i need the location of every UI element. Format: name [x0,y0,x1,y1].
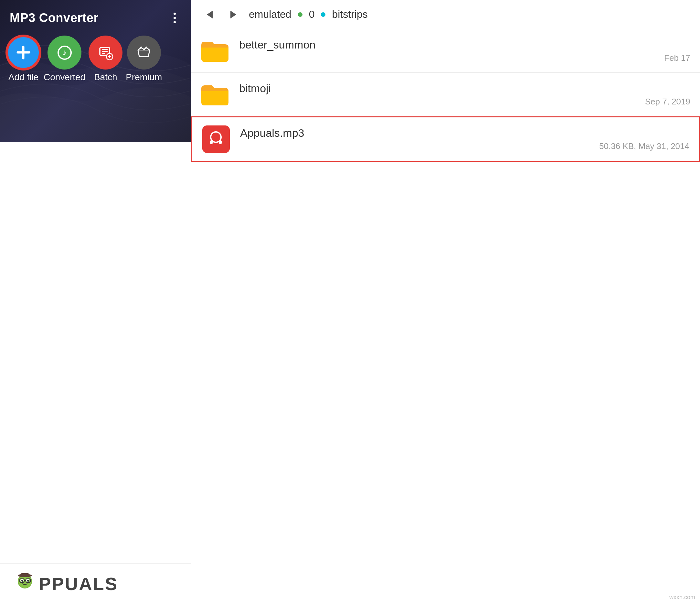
breadcrumb-path: emulated [249,8,292,20]
folder-icon-wrapper [200,36,229,65]
left-content-area [0,89,191,563]
add-file-icon [6,35,41,70]
converted-label: Converted [44,72,85,82]
svg-point-14 [145,47,147,48]
mp3-icon-wrapper [201,124,230,153]
folder-icon-wrapper [200,80,229,109]
breadcrumb-count: 0 [309,8,315,20]
breadcrumb-area: emulated 0 bitstrips [249,8,690,20]
breadcrumb-location: bitstrips [332,8,368,20]
folder-icon [201,83,229,106]
batch-label: Batch [94,72,117,82]
dot-separator-1 [298,12,302,17]
file-name: bitmoji [239,82,690,95]
left-panel: MP3 Converter Add file ♪ [0,0,191,604]
converted-icon: ♪ [48,35,81,70]
file-size-date: 50.36 KB, May 31, 2014 [599,141,689,151]
appuals-logo: PPUALS [0,563,191,604]
back-button[interactable] [200,5,218,23]
top-bar: MP3 Converter [0,0,191,29]
forward-button[interactable] [225,5,242,23]
file-list: better_summon Feb 17 bitmoji Sep 7, 2019 [191,29,700,594]
file-date: Sep 7, 2019 [645,97,690,107]
mp3-icon [202,125,230,153]
svg-marker-26 [207,11,212,19]
watermark-area: wxxh.com [191,594,700,604]
svg-point-19 [21,580,23,582]
file-info: better_summon Feb 17 [239,39,690,63]
premium-icon [127,35,161,70]
converted-button[interactable]: ♪ Converted [44,35,85,82]
file-meta-row: 50.36 KB, May 31, 2014 [240,141,689,151]
menu-button[interactable] [168,13,181,23]
appuals-character-icon [13,572,37,596]
file-info: Appuals.mp3 50.36 KB, May 31, 2014 [240,127,689,151]
add-file-button[interactable]: Add file [6,35,41,82]
svg-rect-29 [210,140,212,144]
app-title: MP3 Converter [10,11,99,25]
folder-icon [201,39,229,63]
premium-label: Premium [126,72,162,82]
file-name: Appuals.mp3 [240,127,689,139]
file-item-selected[interactable]: Appuals.mp3 50.36 KB, May 31, 2014 [191,116,700,162]
file-name: better_summon [239,39,690,51]
svg-point-12 [140,47,142,48]
file-date: Feb 17 [664,53,690,63]
add-file-label: Add file [8,72,39,82]
right-panel: emulated 0 bitstrips better_summon Feb 1… [191,0,700,604]
batch-icon [89,35,123,70]
svg-point-20 [27,580,29,582]
toolbar: Add file ♪ Converted [0,29,191,89]
file-info: bitmoji Sep 7, 2019 [239,82,690,107]
file-item[interactable]: bitmoji Sep 7, 2019 [191,73,700,116]
file-browser-topbar: emulated 0 bitstrips [191,0,700,29]
svg-marker-27 [230,11,236,19]
watermark: wxxh.com [669,594,695,601]
appuals-text: PPUALS [39,573,118,594]
file-item[interactable]: better_summon Feb 17 [191,29,700,73]
premium-button[interactable]: Premium [126,35,162,82]
svg-rect-25 [21,573,29,577]
svg-text:♪: ♪ [62,48,67,57]
svg-point-13 [143,48,145,50]
file-meta-row: Sep 7, 2019 [239,97,690,107]
batch-button[interactable]: Batch [89,35,123,82]
svg-rect-30 [219,140,222,144]
file-meta-row: Feb 17 [239,53,690,63]
dot-separator-2 [321,12,325,17]
